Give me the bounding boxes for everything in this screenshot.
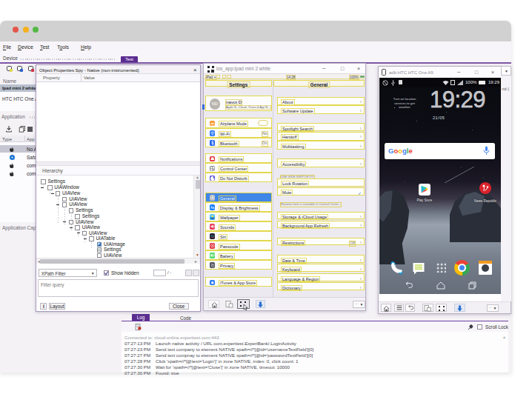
- svg-text:A: A: [212, 207, 214, 210]
